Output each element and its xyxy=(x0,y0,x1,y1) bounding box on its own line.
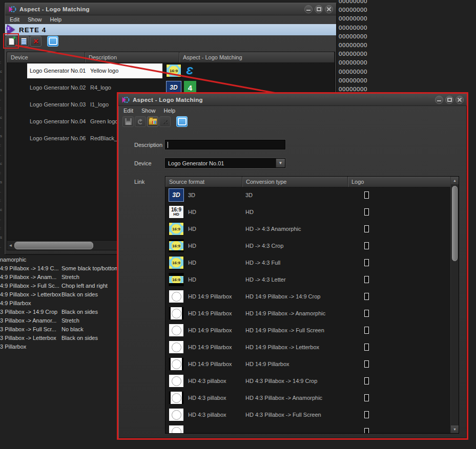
conversion-name: 3 Pillabox -> Letterbox xyxy=(0,335,56,341)
scroll-down-arrow-icon[interactable]: ▼ xyxy=(451,425,459,433)
3d-format-icon xyxy=(169,188,184,202)
clipped-glyph: : xyxy=(0,60,4,65)
link-row[interactable] xyxy=(165,423,451,433)
pillar-format-icon xyxy=(169,324,184,337)
header-conversion-type[interactable]: Conversion type xyxy=(242,177,348,187)
titlebar[interactable]: Aspect - Logo Matching xyxy=(5,3,336,15)
menu-help[interactable]: Help xyxy=(50,16,62,23)
clipped-glyph: s xyxy=(0,134,4,138)
link-row[interactable]: HDHD -> 4:3 Anamorphic xyxy=(165,221,451,238)
link-row[interactable]: HD 14:9 PillarboxHD 14:9 Pillarbox xyxy=(165,356,451,373)
hex-value: 00000000 xyxy=(339,0,367,6)
minimize-button[interactable] xyxy=(435,96,443,104)
delete-logo-gray-button[interactable] xyxy=(159,116,171,127)
conversion-behavior: Black on sides xyxy=(61,335,98,341)
clipped-glyph: : xyxy=(0,79,4,83)
conversion-name: namorphic xyxy=(0,256,26,263)
preview-button[interactable] xyxy=(47,36,58,47)
link-row[interactable]: HDHD -> 4:3 Crop xyxy=(165,238,451,254)
pillar-format-icon xyxy=(169,425,184,433)
source-format: HD xyxy=(188,226,196,232)
channel-name: RETE 4 xyxy=(19,26,46,34)
dropdown-arrow-button[interactable]: ▼ xyxy=(276,159,285,167)
logo-placeholder xyxy=(364,310,369,317)
selected-channel-row[interactable]: RETE 4 xyxy=(5,24,336,35)
link-row[interactable]: HDHD -> 4:3 Full xyxy=(165,254,451,271)
conversion-type: HD 14:9 Pillabox -> Full Screen xyxy=(245,327,324,333)
maximize-button[interactable] xyxy=(315,5,323,13)
device-dropdown[interactable]: Logo Generator No.01 ▼ xyxy=(165,158,285,168)
save-button[interactable] xyxy=(122,116,134,127)
menu-show[interactable]: Show xyxy=(141,108,156,114)
header-source-format[interactable]: Source format xyxy=(165,177,242,187)
delete-icon xyxy=(33,37,38,46)
menu-help[interactable]: Help xyxy=(164,108,176,114)
scroll-left-arrow-icon[interactable]: ◄ xyxy=(7,243,14,248)
device-description: Green logo xyxy=(90,118,118,124)
close-button[interactable] xyxy=(456,96,464,104)
logo-placeholder xyxy=(364,242,369,249)
clipped-glyph: . xyxy=(0,245,4,249)
pillar-n-format-icon xyxy=(169,307,184,320)
link-row[interactable]: HD 14:9 PillarboxHD 14:9 Pillabox -> Let… xyxy=(165,339,451,356)
header-device[interactable]: Device xyxy=(7,52,85,62)
conversion-type: HD 4:3 Pillabox -> Anamorphic xyxy=(245,395,322,401)
conversion-name: 4:9 Pillabox -> 14:9 C... xyxy=(0,265,59,271)
conversion-name: 4:9 Pillabox -> Anam... xyxy=(0,274,56,280)
hex-value: 00000000 xyxy=(339,32,367,41)
hex-value: 00000000 xyxy=(339,76,367,85)
desktop: :c:s.:c.s:.c:s.:c.:s.:c.:s:c.: 000000000… xyxy=(0,0,476,449)
delete-logo-button[interactable] xyxy=(30,36,42,47)
clipped-glyph: . xyxy=(0,217,4,221)
clipped-glyph: c xyxy=(0,208,4,212)
source-format: HD 4:3 pillabox xyxy=(188,378,226,384)
link-row[interactable]: HD 14:9 PillarboxHD 14:9 Pillabox -> 14:… xyxy=(165,288,451,305)
minimize-button[interactable] xyxy=(304,5,313,13)
hex-value: 00000000 xyxy=(339,14,367,23)
menu-edit[interactable]: Edit xyxy=(10,16,19,23)
vertical-scrollbar[interactable]: ▲ ▼ xyxy=(450,177,459,433)
close-button[interactable] xyxy=(325,5,333,13)
source-format: HD 4:3 pillabox xyxy=(188,412,226,418)
device-row[interactable]: Logo Generator No.01Yellow logo xyxy=(7,62,335,79)
menu-show[interactable]: Show xyxy=(28,16,42,23)
clipped-glyph: c xyxy=(0,70,4,74)
undo-button[interactable] xyxy=(135,116,146,127)
undo-icon xyxy=(138,119,143,124)
link-row[interactable]: HDHD -> 4:3 Letter xyxy=(165,271,451,288)
source-format: HD xyxy=(188,209,196,215)
link-row[interactable]: HD 4:3 pillaboxHD 4:3 Pillabox -> 14:9 C… xyxy=(165,373,451,390)
preview-button[interactable] xyxy=(176,116,188,127)
horizontal-scrollbar[interactable]: ◄ xyxy=(7,240,120,250)
hex-value: 00000000 xyxy=(339,50,367,58)
link-row[interactable]: 3D3D xyxy=(165,187,451,204)
maximize-button[interactable] xyxy=(445,96,453,104)
scroll-up-arrow-icon[interactable]: ▲ xyxy=(451,177,459,184)
conversion-name: 3 Pillabox -> Anamor... xyxy=(0,317,56,324)
clipped-glyph: : xyxy=(0,106,4,111)
titlebar[interactable]: Aspect - Logo Matching xyxy=(118,94,467,106)
vertical-scroll-thumb[interactable] xyxy=(452,186,458,261)
clipped-glyph: c xyxy=(0,116,4,120)
menu-edit[interactable]: Edit xyxy=(123,108,133,114)
header-logo[interactable]: Logo xyxy=(348,177,451,187)
description-input[interactable] xyxy=(165,140,285,149)
clipped-glyph: s xyxy=(0,180,4,184)
device-description: I1_logo xyxy=(90,101,109,108)
conversion-type: HD -> 4:3 Crop xyxy=(245,243,283,249)
link-row[interactable]: HD 4:3 pillaboxHD 4:3 Pillabox -> Full S… xyxy=(165,407,451,423)
conversion-name: 4:9 Pillarbox xyxy=(0,300,31,306)
clipped-glyph: s xyxy=(0,88,4,92)
source-format: 3D xyxy=(188,192,195,198)
clipped-glyph: . xyxy=(0,125,4,129)
link-row[interactable]: HD 14:9 PillarboxHD 14:9 Pillabox -> Ana… xyxy=(165,305,451,322)
link-row[interactable]: HDHD xyxy=(165,204,451,221)
link-row[interactable]: HD 4:3 pillaboxHD 4:3 Pillabox -> Anamor… xyxy=(165,390,451,407)
logo-folder-button[interactable] xyxy=(147,116,158,127)
horizontal-scroll-thumb[interactable] xyxy=(14,242,93,249)
header-aspect-logo-matching[interactable]: Aspect - Logo Matching xyxy=(179,52,335,62)
conversion-name: 3 Pillabox -> Full Scr... xyxy=(0,326,56,332)
device-dropdown-value: Logo Generator No.01 xyxy=(168,160,224,166)
pillar-n-format-icon xyxy=(169,391,184,404)
link-row[interactable]: HD 14:9 PillarboxHD 14:9 Pillabox -> Ful… xyxy=(165,322,451,339)
